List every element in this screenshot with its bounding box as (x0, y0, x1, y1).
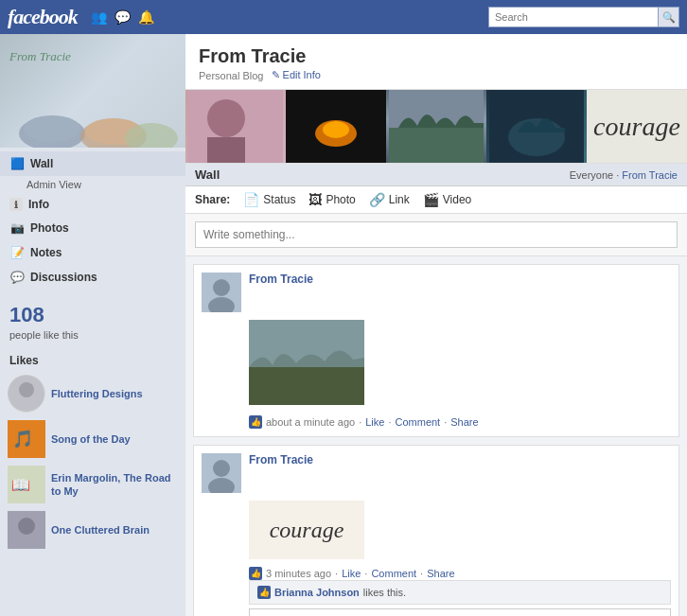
svg-point-22 (508, 118, 565, 156)
post-1-image-svg (249, 320, 364, 405)
share-link-button[interactable]: 🔗 Link (369, 192, 410, 207)
shoes-illustration (0, 62, 185, 148)
sidebar-notes-label: Notes (30, 246, 62, 259)
like-name-one-cluttered: One Cluttered Brain (51, 523, 150, 537)
search-input[interactable] (488, 7, 659, 27)
like-item-erin[interactable]: 📖 Erin Margolin, The Road to My (0, 462, 185, 507)
svg-rect-15 (207, 137, 245, 163)
svg-rect-28 (249, 320, 364, 367)
sidebar-item-info[interactable]: ℹ Info (0, 193, 185, 216)
likes-count: 108 (0, 293, 185, 329)
admin-view-label: Admin View (26, 179, 81, 190)
courage-cover-text: courage (593, 112, 680, 142)
messages-icon[interactable]: 💬 (114, 9, 131, 25)
edit-info-link[interactable]: ✎ Edit Info (272, 69, 321, 81)
search-bar: 🔍 (488, 7, 679, 27)
svg-rect-20 (389, 128, 484, 163)
post-2-comment-link[interactable]: Comment (371, 568, 416, 579)
sidebar-photos-label: Photos (30, 221, 69, 235)
post-1-like-link[interactable]: Like (365, 416, 384, 428)
friends-icon[interactable]: 👥 (91, 9, 107, 25)
wall-privacy-link[interactable]: From Tracie (622, 169, 678, 181)
sidebar-admin-view[interactable]: Admin View (0, 176, 185, 193)
post-2-comment-wrap (249, 608, 671, 616)
post-2-header: From Tracie (202, 453, 671, 493)
post-1: From Tracie 👍 about a minute ago · Like … (193, 264, 679, 437)
svg-rect-27 (249, 367, 364, 405)
profile-subtitle: Personal Blog ✎ Edit Info (199, 69, 674, 81)
photo-icon: 🖼 (308, 192, 322, 207)
cover-photo-3[interactable] (386, 90, 486, 163)
post-2-comment-input[interactable] (249, 608, 671, 616)
sidebar-item-notes[interactable]: 📝 Notes (0, 240, 185, 265)
svg-text:🎵: 🎵 (12, 429, 34, 449)
svg-point-6 (19, 382, 34, 397)
write-box (185, 214, 687, 256)
like-name-song: Song of the Day (51, 432, 131, 446)
post-2-likes-bar: 👍 Brianna Johnson likes this. (249, 580, 671, 605)
write-something-input[interactable] (195, 221, 678, 248)
post-1-thumbs-icon: 👍 (249, 415, 262, 429)
sidebar-wall-label: Wall (30, 157, 53, 170)
svg-point-14 (207, 99, 245, 137)
cover-photo-5[interactable]: courage (587, 90, 687, 163)
wall-icon: 🟦 (9, 156, 25, 171)
share-status-button[interactable]: 📄 Status (243, 192, 295, 207)
svg-point-1 (24, 115, 80, 142)
post-2-courage-canvas: courage (249, 501, 364, 559)
share-video-label: Video (443, 193, 471, 206)
likes-section-title: Likes (0, 348, 185, 371)
cover-photo-4[interactable] (486, 90, 587, 163)
like-item-song[interactable]: 🎵 Song of the Day (0, 416, 185, 462)
sidebar-item-discussions[interactable]: 💬 Discussions (0, 265, 185, 290)
like-item-fluttering[interactable]: Fluttering Designs (0, 371, 185, 416)
post-1-author[interactable]: From Tracie (249, 273, 313, 286)
post-2-share-link[interactable]: Share (427, 568, 454, 579)
content-area: From Tracie Personal Blog ✎ Edit Info (185, 34, 687, 616)
cover-photo-1[interactable] (185, 90, 286, 163)
post-1-avatar[interactable] (202, 273, 241, 312)
post-2-thumbs-icon: 👍 (249, 567, 262, 580)
share-bar: Share: 📄 Status 🖼 Photo 🔗 Link 🎬 Video (185, 186, 687, 214)
header: facebook 👥 💬 🔔 🔍 (0, 0, 687, 34)
sidebar-nav: 🟦 Wall Admin View ℹ Info 📷 Photos 📝 Note… (0, 148, 185, 293)
facebook-logo: facebook (8, 5, 78, 29)
svg-point-24 (213, 279, 230, 296)
share-photo-label: Photo (326, 193, 355, 206)
post-2-likes-suffix: likes this. (363, 587, 406, 598)
profile-header: From Tracie Personal Blog ✎ Edit Info (185, 34, 687, 90)
wall-title: Wall (195, 167, 220, 182)
cover-photo-2[interactable] (286, 90, 386, 163)
sidebar-item-photos[interactable]: 📷 Photos (0, 216, 185, 240)
post-1-time: about a minute ago (266, 416, 355, 428)
share-photo-button[interactable]: 🖼 Photo (308, 192, 355, 207)
profile-name: From Tracie (199, 45, 674, 67)
share-video-button[interactable]: 🎬 Video (423, 192, 471, 207)
post-1-comment-link[interactable]: Comment (396, 416, 441, 428)
info-icon: ℹ (9, 198, 23, 211)
wall-bar: Wall Everyone · From Tracie (185, 164, 687, 186)
sidebar: From Tracie 🟦 Wall Admin View (0, 34, 185, 616)
discussions-icon: 💬 (9, 270, 25, 285)
sidebar-item-wall[interactable]: 🟦 Wall (0, 151, 185, 176)
post-2-time: 3 minutes ago (266, 568, 331, 579)
like-name-erin: Erin Margolin, The Road to My (51, 471, 178, 499)
post-2-author[interactable]: From Tracie (249, 453, 313, 466)
notes-icon: 📝 (9, 245, 25, 260)
post-1-share-link[interactable]: Share (450, 416, 478, 428)
notifications-icon[interactable]: 🔔 (138, 9, 154, 25)
post-2-liker-link[interactable]: Brianna Johnson (274, 587, 360, 598)
post-2-likes-thumb: 👍 (257, 586, 271, 599)
like-item-one-cluttered[interactable]: One Cluttered Brain (0, 507, 185, 553)
svg-point-30 (213, 460, 230, 477)
link-icon: 🔗 (369, 192, 385, 207)
likes-label: people like this (0, 329, 185, 348)
header-nav-icons: 👥 💬 🔔 (91, 9, 154, 25)
post-2-courage-image: courage (249, 501, 671, 559)
post-1-actions: 👍 about a minute ago · Like · Comment · … (249, 415, 671, 429)
post-2: From Tracie courage 👍 3 minutes ago · Li… (193, 445, 679, 616)
post-2-avatar[interactable] (202, 453, 241, 493)
svg-text:📖: 📖 (11, 476, 30, 494)
post-2-like-link[interactable]: Like (342, 568, 361, 579)
search-button[interactable]: 🔍 (659, 7, 679, 27)
